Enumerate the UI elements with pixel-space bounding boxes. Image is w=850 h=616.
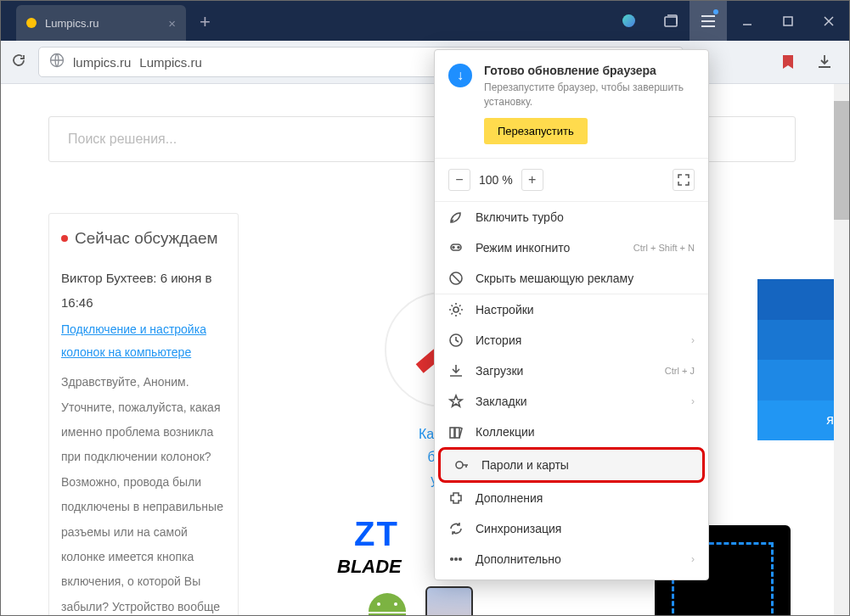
download-arrow-icon: ↓	[448, 64, 472, 87]
menu-more[interactable]: Дополнительно ›	[435, 544, 708, 574]
browser-tab[interactable]: Lumpics.ru ×	[16, 5, 186, 41]
url-domain: lumpics.ru	[73, 55, 131, 70]
profile-avatar[interactable]	[622, 14, 635, 27]
discussion-heading: Сейчас обсуждаем	[61, 229, 226, 248]
search-placeholder: Поиск решения...	[68, 132, 177, 147]
scrollbar-thumb[interactable]	[834, 101, 849, 220]
chevron-right-icon: ›	[691, 553, 695, 565]
menu-bookmarks[interactable]: Закладки ›	[435, 386, 708, 417]
reload-button[interactable]	[11, 53, 26, 71]
svg-point-4	[453, 246, 454, 248]
browser-menu-popup: ↓ Готово обновление браузера Перезапусти…	[434, 49, 709, 580]
phone-illustration	[425, 586, 473, 616]
comment-author-time: Виктор Бухтеев: 6 июня в 16:46	[61, 266, 226, 315]
address-bar: lumpics.ru Lumpics.ru	[1, 41, 849, 84]
zoom-out-button[interactable]: −	[448, 169, 470, 191]
menu-turbo[interactable]: Включить турбо	[435, 202, 708, 232]
menu-settings[interactable]: Настройки	[435, 294, 708, 325]
svg-rect-9	[450, 428, 454, 438]
svg-rect-1	[784, 17, 792, 25]
zoom-in-button[interactable]: +	[521, 169, 543, 191]
tabs-overview-button[interactable]	[652, 1, 690, 41]
menu-notification-dot	[713, 9, 718, 14]
blade-logo: BLADE	[337, 556, 402, 578]
menu-downloads[interactable]: Загрузки Ctrl + J	[435, 356, 708, 386]
bookmark-icon[interactable]	[782, 54, 794, 74]
comment-body: Здравствуйте, Аноним. Уточните, пожалуйс…	[61, 370, 226, 616]
comment-article-link[interactable]: Подключение и настройка колонок на компь…	[61, 318, 226, 363]
menu-incognito[interactable]: Режим инкогнито Ctrl + Shift + N	[435, 232, 708, 263]
menu-passwords[interactable]: Пароли и карты	[438, 447, 705, 483]
restart-button[interactable]: Перезапустить	[484, 118, 588, 144]
titlebar: Lumpics.ru × +	[1, 1, 849, 41]
svg-point-5	[458, 246, 459, 248]
close-tab-icon[interactable]: ×	[168, 16, 176, 31]
live-dot-icon	[61, 235, 68, 242]
main-menu-button[interactable]	[690, 1, 727, 41]
update-notice: ↓ Готово обновление браузера Перезапусти…	[435, 50, 708, 158]
scrollbar[interactable]	[834, 84, 849, 616]
globe-icon	[49, 53, 65, 71]
page-content: Поиск решения... Сейчас обсуждаем Виктор…	[1, 84, 849, 615]
svg-point-13	[455, 557, 458, 560]
chevron-right-icon: ›	[691, 334, 695, 346]
chevron-right-icon: ›	[691, 395, 695, 407]
minimize-button[interactable]	[727, 1, 768, 41]
zoom-value: 100 %	[479, 173, 513, 187]
new-tab-button[interactable]: +	[200, 11, 211, 33]
svg-point-14	[459, 557, 462, 560]
favicon	[26, 18, 37, 28]
close-window-button[interactable]	[808, 1, 849, 41]
svg-rect-0	[665, 17, 677, 26]
menu-sync[interactable]: Синхронизация	[435, 513, 708, 544]
menu-addons[interactable]: Дополнения	[435, 483, 708, 513]
discussion-card: Сейчас обсуждаем Виктор Бухтеев: 6 июня …	[48, 213, 239, 616]
svg-point-11	[456, 462, 463, 468]
svg-rect-10	[455, 428, 459, 438]
zte-logo: ZT	[354, 515, 399, 553]
url-page-title: Lumpics.ru	[139, 55, 201, 70]
menu-collections[interactable]: Коллекции	[435, 417, 708, 447]
svg-point-7	[453, 307, 459, 312]
menu-history[interactable]: История ›	[435, 325, 708, 356]
menu-hide-ads[interactable]: Скрыть мешающую рекламу	[435, 263, 708, 294]
android-figure	[361, 593, 414, 616]
update-title: Готово обновление браузера	[484, 64, 695, 77]
tab-title: Lumpics.ru	[45, 17, 160, 30]
update-subtitle: Перезапустите браузер, чтобы завершить у…	[484, 81, 695, 109]
fullscreen-button[interactable]	[673, 169, 695, 191]
svg-point-12	[451, 557, 453, 560]
zoom-controls: − 100 % +	[435, 159, 708, 201]
maximize-button[interactable]	[768, 1, 808, 41]
downloads-icon[interactable]	[817, 53, 832, 72]
